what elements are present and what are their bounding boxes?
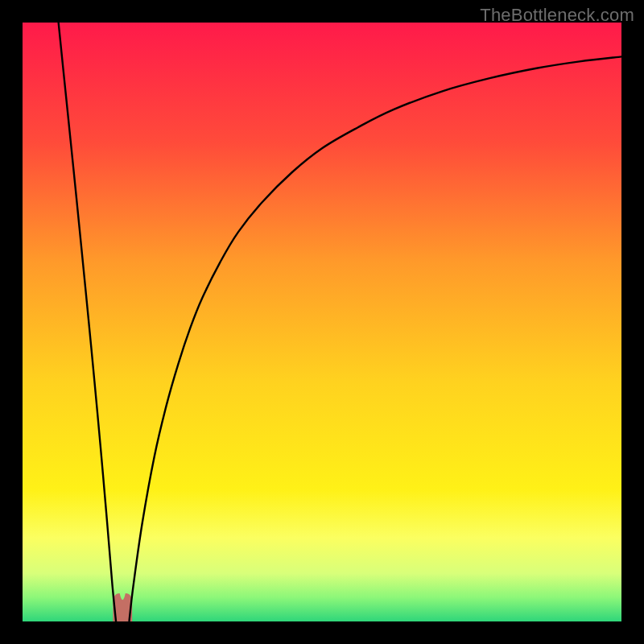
- plot-area: [23, 23, 621, 621]
- chart-svg: [23, 23, 621, 621]
- watermark-text: TheBottleneck.com: [480, 5, 634, 26]
- gradient-background: [23, 23, 621, 621]
- chart-frame: TheBottleneck.com: [0, 0, 644, 644]
